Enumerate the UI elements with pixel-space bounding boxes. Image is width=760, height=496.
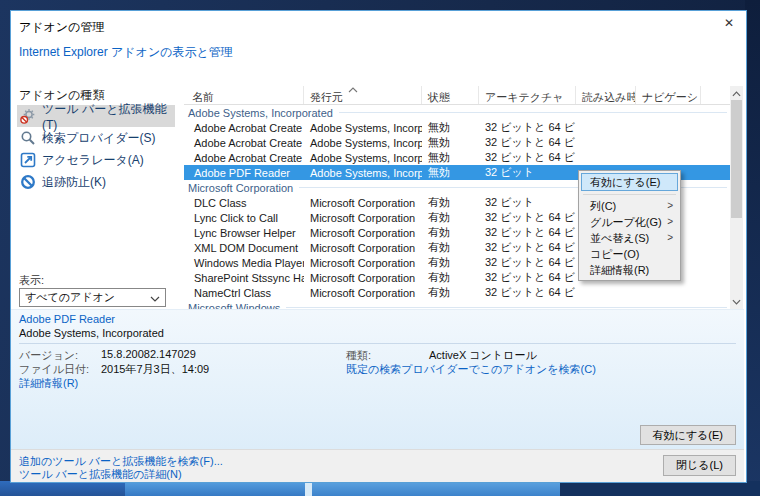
search-default-provider-link[interactable]: 既定の検索プロバイダーでこのアドオンを検索(C) xyxy=(346,362,596,377)
column-header[interactable]: アーキテクチャ xyxy=(479,86,576,104)
chevron-down-icon xyxy=(150,292,160,304)
table-row[interactable]: NameCtrl ClassMicrosoft Corporation有効32 … xyxy=(184,285,730,300)
cell-status: 有効 xyxy=(422,195,479,210)
sidebar-list: ツール バーと拡張機能(T)検索プロバイダー(S)アクセラレータ(A)追跡防止(… xyxy=(17,105,175,193)
scrollbar-thumb[interactable] xyxy=(731,100,742,218)
tracking-protection-icon xyxy=(20,174,36,190)
enable-button[interactable]: 有効にする(E) xyxy=(640,425,736,445)
desktop-taskbar-strip xyxy=(0,481,760,496)
cell-architecture: 32 ビットと 64 ビット xyxy=(479,210,576,225)
cell-publisher: Adobe Systems, Incorpo... xyxy=(304,152,422,164)
cell-publisher: Microsoft Corporation xyxy=(304,242,422,254)
menu-item-label: 並べ替え(S) xyxy=(590,232,649,244)
column-header[interactable]: 状態 xyxy=(422,86,479,104)
version-value: 15.8.20082.147029 xyxy=(101,348,196,360)
table-row[interactable]: Adobe Acrobat Create PDF Tool...Adobe Sy… xyxy=(184,150,730,165)
cell-publisher: Microsoft Corporation xyxy=(304,257,422,269)
menu-item[interactable]: 有効にする(E) xyxy=(581,173,678,191)
cell-status: 有効 xyxy=(422,270,479,285)
submenu-arrow-icon: > xyxy=(667,198,673,214)
cell-status: 無効 xyxy=(422,120,479,135)
file-date-label: ファイル日付: xyxy=(19,362,89,377)
table-row[interactable]: Adobe Acrobat Create PDF Hel...Adobe Sys… xyxy=(184,135,730,150)
group-header-label: Adobe Systems, Incorporated xyxy=(188,107,333,119)
cell-publisher: Microsoft Corporation xyxy=(304,227,422,239)
column-header-label: アーキテクチャ xyxy=(485,91,564,103)
desktop-window-fragment xyxy=(0,481,125,496)
cell-status: 有効 xyxy=(422,225,479,240)
column-header[interactable]: 読み込み時... xyxy=(576,86,636,104)
table-row[interactable]: Adobe Acrobat Create PDF fro...Adobe Sys… xyxy=(184,120,730,135)
cell-publisher: Microsoft Corporation xyxy=(304,212,422,224)
cell-architecture: 32 ビットと 64 ビット xyxy=(479,135,576,150)
accelerator-icon xyxy=(20,152,36,168)
sidebar-item[interactable]: アクセラレータ(A) xyxy=(17,149,175,171)
column-header[interactable]: 発行元 xyxy=(304,86,422,104)
cell-name: Adobe PDF Reader xyxy=(184,167,304,179)
cell-name: Lync Click to Call xyxy=(184,212,304,224)
sidebar-item[interactable]: 追跡防止(K) xyxy=(17,171,175,193)
submenu-arrow-icon: > xyxy=(667,230,673,246)
column-header-label: 読み込み時... xyxy=(582,91,636,103)
close-icon[interactable]: ✕ xyxy=(714,12,744,34)
desktop-window-fragment xyxy=(125,481,305,496)
list-header: 名前発行元状態アーキテクチャ読み込み時...ナビゲーショ... xyxy=(184,86,730,105)
show-dropdown[interactable]: すべてのアドオン xyxy=(19,288,166,307)
desktop-right-edge xyxy=(745,0,760,496)
cell-architecture: 32 ビットと 64 ビット xyxy=(479,255,576,270)
cell-architecture: 32 ビット xyxy=(479,195,576,210)
sidebar-item-label: 検索プロバイダー(S) xyxy=(42,130,155,147)
cell-publisher: Microsoft Corporation xyxy=(304,197,422,209)
more-information-link[interactable]: 詳細情報(R) xyxy=(19,376,78,391)
subtitle-link[interactable]: Internet Explorer アドオンの表示と管理 xyxy=(19,44,233,61)
details-pane: Adobe PDF Reader Adobe Systems, Incorpor… xyxy=(11,309,744,449)
sidebar-item[interactable]: ツール バーと拡張機能(T) xyxy=(17,105,175,127)
type-label: 種類: xyxy=(346,348,371,363)
cell-architecture: 32 ビットと 64 ビット xyxy=(479,120,576,135)
context-menu: 有効にする(E)列(C)>グループ化(G)>並べ替え(S)>コピー(O)詳細情報… xyxy=(578,170,681,281)
menu-item[interactable]: コピー(O) xyxy=(581,246,678,262)
cell-status: 無効 xyxy=(422,150,479,165)
cell-name: SharePoint Stssync Handler xyxy=(184,272,304,284)
menu-item-label: 詳細情報(R) xyxy=(590,264,649,276)
menu-item[interactable]: 列(C)> xyxy=(581,198,678,214)
group-header-line xyxy=(339,112,727,113)
close-button[interactable]: 閉じる(L) xyxy=(663,455,736,476)
scroll-down-icon[interactable] xyxy=(730,295,743,308)
cell-status: 有効 xyxy=(422,255,479,270)
type-value: ActiveX コントロール xyxy=(429,348,537,363)
cell-status: 有効 xyxy=(422,240,479,255)
scroll-up-icon[interactable] xyxy=(730,87,743,100)
menu-item[interactable]: 詳細情報(R) xyxy=(581,262,678,278)
desktop-background: アドオンの管理 ✕ Internet Explorer アドオンの表示と管理 ア… xyxy=(0,0,760,496)
menu-item-label: グループ化(G) xyxy=(590,216,662,228)
cell-publisher: Adobe Systems, Incorpo... xyxy=(304,137,422,149)
menu-item-label: 列(C) xyxy=(590,200,616,212)
menu-item[interactable]: グループ化(G)> xyxy=(581,214,678,230)
menu-item[interactable]: 並べ替え(S)> xyxy=(581,230,678,246)
column-header[interactable]: 名前 xyxy=(184,86,304,104)
submenu-arrow-icon: > xyxy=(667,214,673,230)
group-header: Microsoft Windows xyxy=(184,300,730,309)
cell-status: 有効 xyxy=(422,210,479,225)
cell-architecture: 32 ビットと 64 ビット xyxy=(479,225,576,240)
cell-status: 無効 xyxy=(422,165,479,180)
file-date-value: 2015年7月3日、14:09 xyxy=(101,362,209,377)
cell-name: Lync Browser Helper xyxy=(184,227,304,239)
column-header[interactable]: ナビゲーショ... xyxy=(636,86,701,104)
footer-bar: 追加のツール バーと拡張機能を検索(F)... ツール バーと拡張機能の詳細(N… xyxy=(11,449,744,482)
sidebar-item-label: アクセラレータ(A) xyxy=(42,152,144,169)
dialog-title: アドオンの管理 xyxy=(19,19,104,36)
cell-publisher: Adobe Systems, Incorpo... xyxy=(304,122,422,134)
vertical-scrollbar[interactable] xyxy=(730,86,743,309)
group-header-label: Microsoft Windows xyxy=(188,302,280,310)
cell-architecture: 32 ビットと 64 ビット xyxy=(479,150,576,165)
sidebar-item[interactable]: 検索プロバイダー(S) xyxy=(17,127,175,149)
cell-publisher: Adobe Systems, Incorpo... xyxy=(304,167,422,179)
group-header: Adobe Systems, Incorporated xyxy=(184,105,730,120)
cell-name: XML DOM Document xyxy=(184,242,304,254)
details-addon-name[interactable]: Adobe PDF Reader xyxy=(19,313,115,325)
details-publisher: Adobe Systems, Incorporated xyxy=(19,327,164,339)
learn-more-toolbars-link[interactable]: ツール バーと拡張機能の詳細(N) xyxy=(19,467,182,482)
cell-name: Adobe Acrobat Create PDF fro... xyxy=(184,122,304,134)
